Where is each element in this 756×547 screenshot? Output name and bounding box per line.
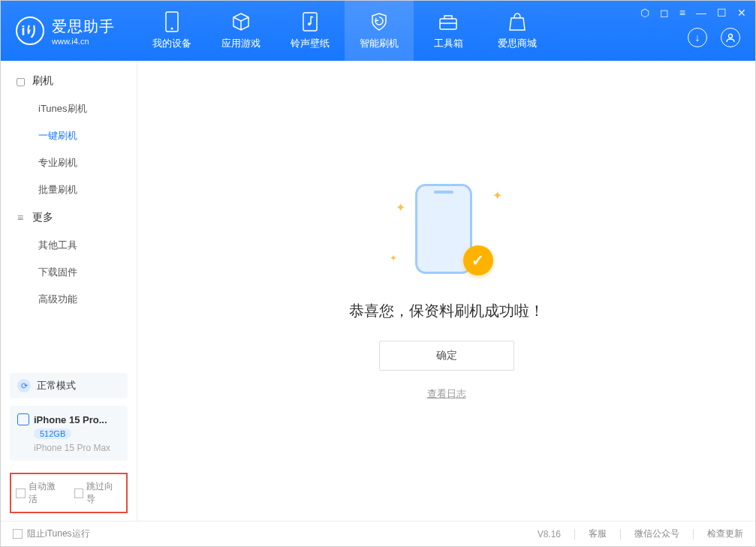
group-title: 刷机 bbox=[32, 74, 53, 88]
skin-icon[interactable]: ⬡ bbox=[640, 7, 649, 19]
sidebar-group-flash[interactable]: ▢ 刷机 bbox=[1, 67, 137, 95]
nav-apps-games[interactable]: 应用游戏 bbox=[206, 1, 276, 61]
sidebar: ▢ 刷机 iTunes刷机 一键刷机 专业刷机 批量刷机 ≡ 更多 其他工具 下… bbox=[1, 61, 137, 521]
svg-point-5 bbox=[729, 35, 733, 38]
status-label: 正常模式 bbox=[37, 379, 76, 392]
maximize-icon[interactable]: ☐ bbox=[717, 7, 727, 19]
toolbox-icon bbox=[438, 11, 459, 32]
user-icon[interactable] bbox=[721, 28, 740, 47]
svg-point-3 bbox=[308, 23, 311, 26]
device-name: iPhone 15 Pro... bbox=[17, 413, 120, 425]
feedback-icon[interactable]: ◻ bbox=[660, 7, 669, 19]
cube-icon bbox=[230, 11, 251, 32]
menu-icon[interactable]: ≡ bbox=[679, 7, 685, 19]
nav-ringtones-wallpapers[interactable]: 铃声壁纸 bbox=[276, 1, 345, 61]
checkbox-auto-activate[interactable]: 自动激活 bbox=[16, 480, 64, 506]
svg-rect-4 bbox=[440, 19, 456, 29]
sparkle-icon: ✦ bbox=[396, 200, 405, 215]
footer-right: V8.16 客服 微信公众号 检查更新 bbox=[538, 527, 743, 540]
sidebar-item-download-firmware[interactable]: 下载固件 bbox=[1, 259, 137, 286]
status-row[interactable]: ⟳ 正常模式 bbox=[10, 373, 128, 398]
checkbox-icon bbox=[16, 488, 26, 498]
svg-point-1 bbox=[171, 28, 173, 30]
logo-icon: iり bbox=[16, 17, 44, 45]
account-icons: ↓ bbox=[688, 28, 740, 47]
separator bbox=[620, 529, 621, 539]
sidebar-item-oneclick-flash[interactable]: 一键刷机 bbox=[1, 122, 137, 149]
success-illustration: ✦ ✦ ✦ ✓ bbox=[387, 181, 507, 286]
storage-badge: 512GB bbox=[34, 428, 71, 439]
checkbox-icon bbox=[74, 488, 84, 498]
sidebar-list: ▢ 刷机 iTunes刷机 一键刷机 专业刷机 批量刷机 ≡ 更多 其他工具 下… bbox=[1, 61, 137, 365]
support-link[interactable]: 客服 bbox=[589, 527, 607, 540]
device-card[interactable]: iPhone 15 Pro... 512GB iPhone 15 Pro Max bbox=[10, 406, 128, 461]
close-icon[interactable]: ✕ bbox=[737, 7, 746, 19]
app-title: 爱思助手 bbox=[52, 17, 115, 37]
header: iり 爱思助手 www.i4.cn 我的设备 应用游戏 铃声壁纸 智能刷机 bbox=[1, 1, 755, 61]
checkbox-icon bbox=[13, 529, 23, 539]
logo-area: iり 爱思助手 www.i4.cn bbox=[1, 17, 130, 46]
checkbox-block-itunes[interactable]: 阻止iTunes运行 bbox=[13, 527, 90, 540]
nav-label: 工具箱 bbox=[434, 37, 463, 50]
more-icon: ≡ bbox=[14, 212, 26, 224]
music-icon bbox=[300, 11, 321, 32]
options-box: 自动激活 跳过向导 bbox=[10, 473, 128, 513]
device-model: iPhone 15 Pro Max bbox=[34, 443, 120, 453]
footer: 阻止iTunes运行 V8.16 客服 微信公众号 检查更新 bbox=[1, 521, 755, 546]
device-info: iPhone 15 Pro... 512GB iPhone 15 Pro Max bbox=[1, 406, 137, 468]
success-message: 恭喜您，保资料刷机成功啦！ bbox=[349, 301, 544, 321]
app-window: iり 爱思助手 www.i4.cn 我的设备 应用游戏 铃声壁纸 智能刷机 bbox=[0, 0, 756, 547]
sidebar-item-itunes-flash[interactable]: iTunes刷机 bbox=[1, 95, 137, 122]
nav-label: 爱思商城 bbox=[498, 37, 537, 50]
bag-icon bbox=[507, 11, 528, 32]
sidebar-item-advanced[interactable]: 高级功能 bbox=[1, 286, 137, 313]
ok-button[interactable]: 确定 bbox=[379, 341, 514, 371]
view-log-link[interactable]: 查看日志 bbox=[427, 387, 466, 401]
sidebar-item-other-tools[interactable]: 其他工具 bbox=[1, 232, 137, 259]
nav-store[interactable]: 爱思商城 bbox=[483, 1, 552, 61]
sparkle-icon: ✦ bbox=[390, 253, 397, 263]
main-nav: 我的设备 应用游戏 铃声壁纸 智能刷机 工具箱 爱思商城 bbox=[137, 1, 552, 61]
version-label: V8.16 bbox=[538, 529, 561, 539]
sparkle-icon: ✦ bbox=[492, 188, 502, 203]
separator bbox=[574, 529, 575, 539]
app-url: www.i4.cn bbox=[52, 37, 115, 46]
main-content: ✦ ✦ ✦ ✓ 恭喜您，保资料刷机成功啦！ 确定 查看日志 bbox=[137, 61, 755, 521]
nav-label: 铃声壁纸 bbox=[291, 37, 330, 50]
check-update-link[interactable]: 检查更新 bbox=[707, 527, 743, 540]
sidebar-item-batch-flash[interactable]: 批量刷机 bbox=[1, 176, 137, 203]
device-icon bbox=[161, 11, 182, 32]
minimize-icon[interactable]: — bbox=[696, 7, 706, 19]
phone-icon: ▢ bbox=[14, 75, 26, 87]
svg-rect-2 bbox=[303, 13, 317, 31]
nav-my-device[interactable]: 我的设备 bbox=[137, 1, 206, 61]
refresh-icon: ⟳ bbox=[17, 379, 31, 392]
nav-toolbox[interactable]: 工具箱 bbox=[414, 1, 483, 61]
separator bbox=[693, 529, 694, 539]
checkbox-skip-wizard[interactable]: 跳过向导 bbox=[74, 480, 122, 506]
sidebar-item-pro-flash[interactable]: 专业刷机 bbox=[1, 149, 137, 176]
shield-icon bbox=[369, 11, 390, 32]
body: ▢ 刷机 iTunes刷机 一键刷机 专业刷机 批量刷机 ≡ 更多 其他工具 下… bbox=[1, 61, 755, 521]
window-controls: ⬡ ◻ ≡ — ☐ ✕ bbox=[640, 7, 746, 19]
wechat-link[interactable]: 微信公众号 bbox=[634, 527, 679, 540]
device-status: ⟳ 正常模式 bbox=[1, 365, 137, 406]
nav-smart-flash[interactable]: 智能刷机 bbox=[345, 1, 414, 61]
sidebar-group-more[interactable]: ≡ 更多 bbox=[1, 203, 137, 232]
download-icon[interactable]: ↓ bbox=[688, 28, 707, 47]
nav-label: 我的设备 bbox=[152, 37, 191, 50]
nav-label: 智能刷机 bbox=[360, 37, 399, 50]
group-title: 更多 bbox=[32, 211, 53, 224]
nav-label: 应用游戏 bbox=[221, 37, 261, 50]
check-badge-icon: ✓ bbox=[463, 245, 493, 275]
phone-icon bbox=[17, 413, 29, 425]
